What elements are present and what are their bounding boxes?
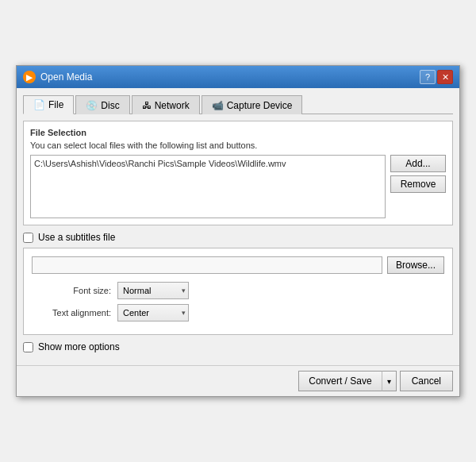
- font-size-select[interactable]: Smaller Small Normal Large Larger: [117, 282, 189, 299]
- tabs: 📄 File 💿 Disc 🖧 Network 📹 Capture Device: [23, 94, 453, 114]
- title-bar-buttons: ? ✕: [420, 70, 453, 84]
- subtitle-input-row: Browse...: [32, 256, 444, 274]
- convert-save-wrapper: Convert / Save ▾: [298, 371, 396, 391]
- tab-capture-label: Capture Device: [227, 100, 293, 111]
- help-button[interactable]: ?: [420, 70, 436, 84]
- file-buttons: Add... Remove: [390, 155, 446, 193]
- tab-network-label: Network: [155, 100, 190, 111]
- file-path: C:\Users\Ashish\Videos\Ranchi Pics\Sampl…: [34, 159, 286, 168]
- file-selection-desc: You can select local files with the foll…: [30, 141, 446, 150]
- tab-file[interactable]: 📄 File: [23, 95, 74, 114]
- tab-network[interactable]: 🖧 Network: [132, 95, 200, 114]
- title-bar: ▶ Open Media ? ✕: [17, 66, 459, 88]
- file-selection-section: File Selection You can select local file…: [23, 121, 453, 225]
- tab-capture[interactable]: 📹 Capture Device: [202, 95, 303, 114]
- browse-button[interactable]: Browse...: [387, 256, 444, 274]
- subtitle-section: Browse... Font size: Smaller Small Norma…: [23, 248, 453, 335]
- show-more-checkbox[interactable]: [23, 342, 33, 352]
- tab-disc-label: Disc: [101, 100, 119, 111]
- show-more-label: Show more options: [38, 341, 120, 352]
- disc-tab-icon: 💿: [86, 100, 98, 111]
- text-align-label: Text alignment:: [48, 308, 111, 318]
- bottom-buttons: Convert / Save ▾ Cancel: [17, 365, 459, 396]
- font-size-label: Font size:: [48, 286, 111, 295]
- convert-save-dropdown[interactable]: ▾: [382, 371, 397, 391]
- text-align-select[interactable]: Center Left Right: [117, 304, 189, 321]
- font-size-select-wrapper: Smaller Small Normal Large Larger ▾: [117, 282, 189, 299]
- dialog-title: Open Media: [40, 71, 92, 83]
- file-selection-title: File Selection: [30, 128, 446, 137]
- vlc-icon: ▶: [23, 71, 36, 83]
- use-subtitles-label: Use a subtitles file: [38, 232, 115, 243]
- use-subtitles-checkbox[interactable]: [23, 233, 33, 243]
- file-selection-row: C:\Users\Ashish\Videos\Ranchi Pics\Sampl…: [30, 155, 446, 218]
- text-align-row: Text alignment: Center Left Right ▾: [32, 304, 444, 321]
- close-button[interactable]: ✕: [437, 70, 453, 84]
- cancel-button[interactable]: Cancel: [400, 371, 453, 391]
- add-button[interactable]: Add...: [390, 155, 446, 172]
- tab-disc[interactable]: 💿 Disc: [75, 95, 129, 114]
- subtitle-check-row: Use a subtitles file: [23, 232, 453, 243]
- file-tab-icon: 📄: [33, 99, 45, 110]
- tab-file-label: File: [48, 99, 63, 110]
- dialog-body: 📄 File 💿 Disc 🖧 Network 📹 Capture Device…: [17, 88, 459, 365]
- file-list-box[interactable]: C:\Users\Ashish\Videos\Ranchi Pics\Sampl…: [30, 155, 386, 218]
- subtitle-file-input[interactable]: [32, 256, 382, 274]
- show-more-row: Show more options: [23, 341, 453, 352]
- open-media-dialog: ▶ Open Media ? ✕ 📄 File 💿 Disc 🖧 Network: [16, 65, 460, 397]
- font-size-row: Font size: Smaller Small Normal Large La…: [32, 282, 444, 299]
- network-tab-icon: 🖧: [142, 100, 152, 111]
- remove-button[interactable]: Remove: [390, 175, 446, 193]
- title-bar-left: ▶ Open Media: [23, 71, 92, 83]
- capture-tab-icon: 📹: [212, 100, 224, 111]
- text-align-select-wrapper: Center Left Right ▾: [117, 304, 189, 321]
- convert-save-button[interactable]: Convert / Save: [298, 371, 381, 391]
